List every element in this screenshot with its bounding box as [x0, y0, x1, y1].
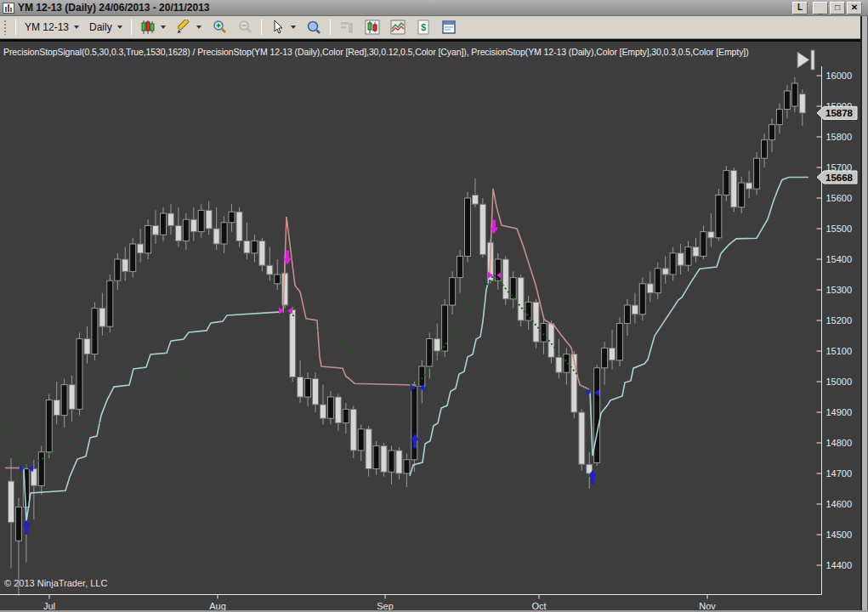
jump-to-latest-button[interactable]: [797, 50, 814, 70]
signal-arrows-layer: [20, 219, 599, 534]
svg-text:Oct: Oct: [531, 601, 546, 611]
data-series-button[interactable]: [360, 17, 385, 37]
precision-stop-pink-line: [283, 217, 416, 385]
toolbar-separator: [15, 20, 16, 35]
chart-properties-icon: [441, 20, 457, 35]
toolbar-separator: [330, 20, 331, 35]
indicators-button[interactable]: [385, 17, 411, 37]
price-chart-canvas[interactable]: 1440014500146001470014800149001500015100…: [0, 42, 860, 612]
buy-signal-arrow-icon: [22, 520, 31, 535]
svg-text:15800: 15800: [826, 132, 853, 142]
data-series-icon: [365, 20, 380, 35]
chevron-down-icon: [117, 26, 122, 29]
window-title: YM 12-13 (Daily) 24/06/2013 - 20/11/2013: [18, 2, 792, 14]
title-bar[interactable]: YM 12-13 (Daily) 24/06/2013 - 20/11/2013…: [0, 0, 868, 16]
svg-text:15000: 15000: [826, 377, 853, 387]
maximize-button[interactable]: □: [830, 2, 845, 14]
cursor-icon: [270, 20, 286, 35]
svg-text:16000: 16000: [826, 71, 853, 81]
chevron-down-icon: [74, 26, 79, 29]
chart-properties-button[interactable]: [436, 17, 462, 37]
svg-text:14900: 14900: [826, 407, 853, 417]
zoom-out-button[interactable]: [232, 17, 258, 37]
svg-text:Jul: Jul: [43, 601, 55, 611]
minimize-button[interactable]: _: [813, 2, 828, 14]
toolbar-separator: [261, 20, 262, 35]
strategies-button[interactable]: $: [411, 17, 436, 37]
play-triangle-icon: [797, 52, 809, 68]
zoom-in-icon: [212, 20, 227, 35]
instrument-dropdown[interactable]: YM 12-13: [20, 19, 84, 36]
chart-style-dropdown[interactable]: [135, 17, 171, 37]
toolbar-grip[interactable]: [3, 20, 8, 35]
chart-objects-icon: [339, 20, 355, 35]
zoom-in-button[interactable]: [207, 17, 232, 37]
toolbar-separator: [131, 20, 132, 35]
svg-text:Aug: Aug: [209, 601, 226, 611]
window-right-border[interactable]: [860, 16, 868, 612]
chevron-down-icon: [291, 26, 296, 29]
chart-objects-button[interactable]: [334, 17, 360, 37]
price-marker-value: 15878: [825, 108, 854, 118]
svg-text:14600: 14600: [826, 499, 853, 509]
zoom-out-icon: [237, 20, 252, 35]
indicators-icon: [390, 20, 406, 35]
svg-text:15100: 15100: [826, 346, 853, 356]
svg-text:14500: 14500: [826, 530, 853, 540]
precision-stop-cyan-line: [24, 312, 281, 521]
toolbar: YM 12-13 Daily: [0, 16, 868, 39]
instrument-label: YM 12-13: [25, 21, 69, 33]
svg-text:Nov: Nov: [699, 601, 716, 611]
svg-text:Sep: Sep: [377, 601, 394, 611]
svg-text:15500: 15500: [826, 224, 853, 234]
data-box-button[interactable]: [301, 17, 326, 37]
svg-text:15300: 15300: [826, 285, 853, 295]
price-markers-layer: 1587815668: [817, 106, 857, 184]
axes-layer[interactable]: 1440014500146001470014800149001500015100…: [0, 66, 852, 611]
close-button[interactable]: ✕: [847, 2, 862, 14]
precision-stop-cyan-line: [590, 178, 808, 456]
svg-text:15200: 15200: [826, 315, 853, 326]
chart-panel: PrecisionStopSignal(0.5,30,0.3,True,1530…: [0, 39, 860, 612]
app-chart-icon: [3, 3, 14, 14]
minimize-glyph: _: [818, 6, 823, 14]
candles-layer: [9, 77, 806, 596]
chevron-down-icon: [161, 26, 166, 29]
data-box-icon: [306, 20, 321, 35]
svg-text:$: $: [421, 22, 426, 32]
svg-text:14700: 14700: [826, 468, 853, 479]
end-bar-icon: [811, 50, 814, 70]
svg-text:14800: 14800: [826, 438, 853, 448]
drawing-tools-dropdown[interactable]: [171, 17, 207, 37]
price-marker-value: 15668: [825, 173, 854, 183]
strategies-icon: $: [416, 20, 431, 35]
cursor-dropdown[interactable]: [265, 17, 301, 37]
chevron-down-icon: [196, 26, 201, 29]
link-window-button[interactable]: L: [792, 2, 808, 14]
chart-style-icon: [140, 20, 156, 35]
interval-dropdown[interactable]: Daily: [84, 19, 128, 36]
svg-text:15400: 15400: [826, 254, 853, 264]
interval-label: Daily: [89, 21, 112, 33]
svg-text:14400: 14400: [826, 560, 853, 570]
svg-text:15600: 15600: [826, 193, 853, 203]
drawing-tools-icon: [176, 20, 191, 35]
chart-window: YM 12-13 (Daily) 24/06/2013 - 20/11/2013…: [0, 0, 868, 612]
